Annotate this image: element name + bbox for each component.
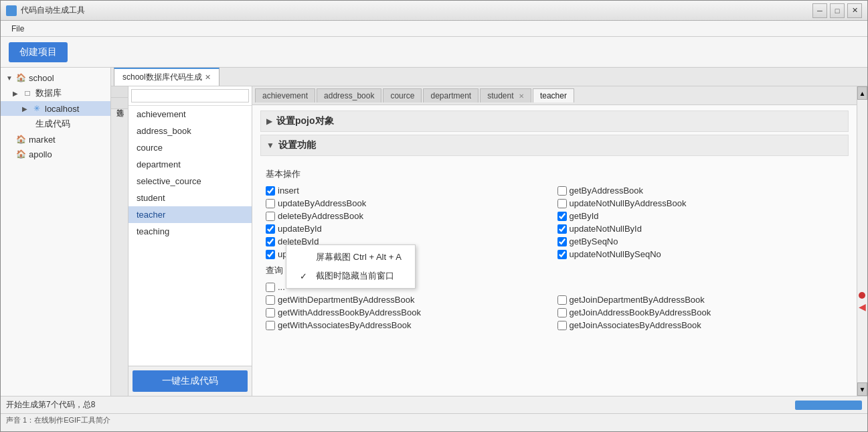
- scroll-up-btn[interactable]: ▲: [857, 86, 867, 100]
- project-tab-close[interactable]: ✕: [205, 73, 211, 82]
- checkbox-getjoinassociates-label: getJoinAssociatesByAddressBook: [570, 320, 701, 330]
- tab-department-label: department: [430, 91, 471, 100]
- function-section-title: 设置功能: [278, 139, 316, 151]
- filter-panel-btn[interactable]: 筛选: [111, 98, 128, 109]
- checkbox-delbyaddressbook-input[interactable]: [266, 212, 275, 221]
- context-menu-hide-label: 截图时隐藏当前窗口: [316, 270, 394, 282]
- checkbox-getwithassociates-input[interactable]: [266, 321, 275, 330]
- scroll-down-btn[interactable]: ▼: [857, 382, 867, 396]
- tab-addressbook[interactable]: address_book: [317, 88, 381, 102]
- pojo-section-title: 设置pojo对象: [276, 115, 334, 127]
- sidebar: ▼ 🏠 school ▶ □ 数据库 ▶ ✳ localhost 生成代码: [1, 68, 111, 396]
- function-section-header[interactable]: ▼ 设置功能: [260, 135, 849, 156]
- context-menu-screenshot-label: 屏幕截图 Ctrl + Alt + A: [316, 251, 402, 263]
- checkbox-insert-input[interactable]: [266, 186, 275, 196]
- progress-bar: [795, 401, 862, 410]
- table-search-area: [128, 86, 252, 106]
- table-item-teacher[interactable]: teacher: [128, 206, 252, 223]
- asterisk-icon: ✳: [31, 103, 42, 114]
- table-item-cource[interactable]: cource: [128, 139, 252, 156]
- sidebar-item-school[interactable]: ▼ 🏠 school: [1, 70, 110, 85]
- checkbox-updnotnullbyid: updateNotNullById: [557, 224, 844, 234]
- checkbox-updatebyid-input[interactable]: [266, 224, 275, 234]
- checkbox-updatebyid-label: updateById: [278, 224, 322, 234]
- table-item-teaching[interactable]: teaching: [128, 223, 252, 240]
- tree-arrow-school: ▼: [6, 74, 13, 82]
- checkbox-getbyseqno-input[interactable]: [557, 237, 567, 246]
- checkbox-insert: insert: [266, 186, 552, 196]
- right-edge-indicator: ◀: [857, 292, 867, 312]
- tab-teacher[interactable]: teacher: [533, 88, 574, 102]
- checkbox-updnotnullbyaddressbook-label: updateNotNullByAddressBook: [570, 198, 687, 208]
- hide-window-check: ✓: [300, 271, 311, 281]
- sidebar-item-apollo[interactable]: 🏠 apollo: [1, 147, 110, 161]
- table-list: achievement address_book cource departme…: [128, 106, 252, 366]
- tab-cource-label: cource: [390, 91, 414, 100]
- checkbox-getwithassociates-label: getWithAssociatesByAddressBook: [278, 320, 411, 330]
- table-item-student[interactable]: student: [128, 190, 252, 206]
- checkbox-getjoinassociates-input[interactable]: [557, 321, 567, 330]
- menu-file[interactable]: File: [6, 23, 29, 35]
- create-project-button[interactable]: 创建项目: [9, 42, 68, 62]
- checkbox-updatebyseqno-input[interactable]: [266, 250, 275, 259]
- checkbox-updnotnullbyseqno-label: updateNotNullBySeqNo: [570, 249, 661, 259]
- table-search-input[interactable]: [131, 89, 249, 102]
- table-list-panel: achievement address_book cource departme…: [128, 86, 252, 396]
- checkbox-getbyseqno: getBySeqNo: [557, 236, 844, 246]
- context-menu: 屏幕截图 Ctrl + Alt + A ✓ 截图时隐藏当前窗口: [286, 244, 416, 289]
- table-item-achievement[interactable]: achievement: [128, 106, 252, 123]
- search-panel-btn[interactable]: 搜索: [111, 86, 128, 98]
- side-panel-buttons: 搜索 筛选: [111, 86, 128, 396]
- checkbox-getwithaddressbook-input[interactable]: [266, 308, 275, 317]
- checkbox-getjoinaddressbook-input[interactable]: [557, 308, 567, 317]
- table-item-selective[interactable]: selective_cource: [128, 173, 252, 190]
- tab-addressbook-label: address_book: [324, 91, 374, 100]
- tab-student-label: student: [487, 91, 513, 100]
- pojo-section-header[interactable]: ▶ 设置pojo对象: [260, 111, 849, 132]
- red-indicator-dot: [859, 292, 865, 299]
- tree-arrow-db: ▶: [13, 90, 19, 97]
- tab-student-close[interactable]: ✕: [519, 92, 524, 100]
- checkbox-getbyid-input[interactable]: [557, 212, 567, 221]
- checkbox-getbyaddressbook-input[interactable]: [557, 186, 567, 196]
- menu-bar: File: [1, 21, 867, 37]
- right-arrow-indicator: ◀: [859, 301, 866, 312]
- tab-teacher-label: teacher: [540, 91, 567, 100]
- tab-student[interactable]: student ✕: [480, 88, 531, 102]
- context-menu-screenshot[interactable]: 屏幕截图 Ctrl + Alt + A: [286, 248, 415, 267]
- sidebar-item-localhost[interactable]: ▶ ✳ localhost: [1, 101, 110, 116]
- checkbox-getjoindepart-input[interactable]: [557, 295, 567, 305]
- checkbox-updnotnullbyseqno-input[interactable]: [557, 250, 567, 259]
- checkbox-updnotnullbyid-input[interactable]: [557, 224, 567, 234]
- table-item-department[interactable]: department: [128, 156, 252, 173]
- editor-area: achievement address_book cource departme…: [252, 86, 857, 396]
- checkbox-updnotnullbyaddressbook-input[interactable]: [557, 199, 567, 208]
- checkbox-updatebyaddressbook: updateByAddressBook: [266, 198, 552, 208]
- checkbox-partial-input[interactable]: [266, 283, 275, 292]
- function-section-body: 基本操作 insert getByAddressBook: [260, 159, 849, 396]
- sidebar-item-market[interactable]: 🏠 market: [1, 132, 110, 147]
- title-bar: 代码自动生成工具 ─ □ ✕: [1, 1, 867, 21]
- checkbox-updatebyaddressbook-input[interactable]: [266, 199, 275, 208]
- right-scrollbar[interactable]: ▲ ▼: [857, 86, 867, 396]
- checkbox-getjoinaddressbook-label: getJoinAddressBookByAddressBook: [570, 307, 711, 317]
- checkbox-getjoinassociates: getJoinAssociatesByAddressBook: [557, 320, 844, 330]
- close-button[interactable]: ✕: [847, 3, 862, 18]
- sidebar-item-gencode[interactable]: 生成代码: [1, 116, 110, 132]
- checkbox-getwithdepart-input[interactable]: [266, 295, 275, 305]
- project-tab-school[interactable]: school数据库代码生成 ✕: [114, 68, 220, 86]
- sidebar-item-database[interactable]: ▶ □ 数据库: [1, 85, 110, 101]
- maximize-button[interactable]: □: [830, 3, 845, 18]
- tab-department[interactable]: department: [423, 88, 479, 102]
- generate-all-button[interactable]: 一键生成代码: [133, 370, 248, 392]
- context-menu-hide-window[interactable]: ✓ 截图时隐藏当前窗口: [286, 267, 415, 285]
- table-item-addressbook[interactable]: address_book: [128, 123, 252, 139]
- minimize-button[interactable]: ─: [812, 3, 827, 18]
- tab-achievement[interactable]: achievement: [255, 88, 315, 102]
- bottom-text: 声音 1：在线制作EGIF工具简介: [6, 415, 110, 425]
- checkbox-partial-label: ...: [278, 282, 285, 292]
- status-text: 开始生成第7个代码，总8: [6, 399, 95, 411]
- checkbox-updatebyaddressbook-label: updateByAddressBook: [278, 198, 366, 208]
- tab-cource[interactable]: cource: [383, 88, 422, 102]
- checkbox-deletebyid-input[interactable]: [266, 237, 275, 246]
